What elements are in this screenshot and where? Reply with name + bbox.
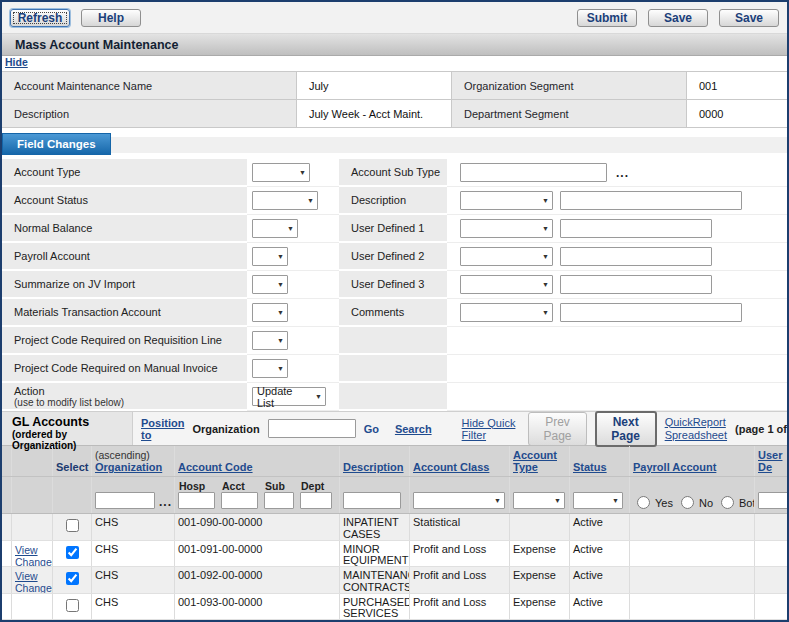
- action-select[interactable]: Update List▼: [252, 387, 326, 406]
- description-input[interactable]: [560, 191, 742, 210]
- account-status-select[interactable]: ▼: [252, 191, 318, 210]
- status-cell: Active: [570, 567, 630, 593]
- gl-accounts-title-block: GL Accounts (ordered by Organization): [2, 412, 133, 445]
- hide-quick-filter-link[interactable]: Hide Quick Filter: [462, 417, 521, 441]
- spacer-cell: [2, 594, 12, 620]
- save-button-1[interactable]: Save: [648, 9, 708, 27]
- empty-filter-cell: [53, 477, 92, 513]
- comments-mode-select[interactable]: ▼: [460, 303, 553, 322]
- spreadsheet-link[interactable]: Spreadsheet: [665, 429, 727, 442]
- refresh-button[interactable]: Refresh: [10, 9, 70, 27]
- user-defined-3-input[interactable]: [560, 275, 712, 294]
- save-button-2[interactable]: Save: [719, 9, 779, 27]
- materials-transaction-select[interactable]: ▼: [252, 303, 288, 322]
- account-type-sort-link[interactable]: Account Type: [513, 449, 566, 473]
- user-defined-filter-input[interactable]: [758, 492, 787, 509]
- description-filter-input[interactable]: [343, 492, 401, 509]
- chevron-down-icon: ▼: [542, 309, 549, 316]
- account-code-sort-link[interactable]: Account Code: [178, 461, 336, 473]
- user-defined-2-mode-select[interactable]: ▼: [460, 247, 553, 266]
- payroll-filter-cell: Yes No Both: [630, 477, 755, 513]
- field-label-project-code-requisition: Project Code Required on Requisition Lin…: [2, 327, 247, 355]
- payroll-account-select[interactable]: ▼: [252, 247, 288, 266]
- prev-page-button[interactable]: Prev Page: [528, 412, 586, 446]
- chevron-down-icon: ▼: [307, 197, 314, 204]
- user-defined-1-mode-select[interactable]: ▼: [460, 219, 553, 238]
- user-defined-sort-link[interactable]: User De: [758, 449, 784, 473]
- gl-accounts-toolbar: GL Accounts (ordered by Organization) Po…: [2, 411, 787, 445]
- status-sort-link[interactable]: Status: [573, 461, 626, 473]
- organization-filter-input[interactable]: [95, 492, 155, 509]
- organization-lookup-button[interactable]: ...: [157, 495, 174, 509]
- payroll-account-cell: [630, 567, 755, 593]
- row-select-checkbox[interactable]: [66, 599, 79, 612]
- project-code-manual-invoice-select[interactable]: ▼: [252, 359, 288, 378]
- search-link[interactable]: Search: [395, 423, 432, 435]
- description-cell: MAINTENANCE CONTRACTS: [340, 567, 410, 593]
- field-label-action: Action(use to modify list below): [2, 383, 247, 411]
- description-mode-select[interactable]: ▼: [460, 191, 553, 210]
- description-sort-link[interactable]: Description: [343, 461, 406, 473]
- tab-field-changes[interactable]: Field Changes: [2, 133, 111, 155]
- status-filter-select[interactable]: ▼: [573, 492, 623, 509]
- user-defined-1-input[interactable]: [560, 219, 712, 238]
- sub-filter-input[interactable]: [264, 492, 294, 509]
- user-defined-3-mode-select[interactable]: ▼: [460, 275, 553, 294]
- chevron-down-icon: ▼: [277, 309, 284, 316]
- ellipsis-lookup-button[interactable]: ...: [614, 166, 631, 180]
- row-select-checkbox[interactable]: [66, 546, 79, 559]
- payroll-no-radio[interactable]: [681, 496, 694, 509]
- account-code-filter-cell: Hosp Acct Sub Dept: [175, 477, 340, 513]
- position-to-link[interactable]: Position to: [141, 417, 184, 441]
- user-defined-2-input[interactable]: [560, 247, 712, 266]
- select-cell: [53, 541, 92, 567]
- next-page-button[interactable]: Next Page: [595, 411, 657, 447]
- view-changes-cell: [12, 594, 53, 620]
- status-cell: Active: [570, 514, 630, 540]
- view-changes-link[interactable]: View Changes: [15, 544, 53, 567]
- submit-button[interactable]: Submit: [577, 9, 637, 27]
- help-button[interactable]: Help: [81, 9, 141, 27]
- field-label-account-sub-type: Account Sub Type: [339, 159, 447, 187]
- account-type-filter-select[interactable]: ▼: [513, 492, 565, 509]
- organization-cell: CHS: [92, 514, 175, 540]
- organization-cell: CHS: [92, 567, 175, 593]
- account-class-cell: Statistical: [410, 514, 510, 540]
- description-filter-cell: [340, 477, 410, 513]
- dept-filter-input[interactable]: [300, 492, 332, 509]
- field-label-description: Description: [339, 187, 447, 215]
- page-title-bar: Mass Account Maintenance: [2, 34, 787, 56]
- account-class-filter-select[interactable]: ▼: [413, 492, 505, 509]
- organization-sort-link[interactable]: Organization: [95, 461, 171, 473]
- normal-balance-select[interactable]: ▼: [252, 219, 298, 238]
- summary-row: Description July Week - Acct Maint. Depa…: [2, 100, 787, 128]
- account-code-column-header: Account Code: [175, 446, 340, 476]
- organization-segment-value: 001: [687, 72, 787, 99]
- go-link[interactable]: Go: [364, 423, 379, 435]
- hide-link[interactable]: Hide: [5, 56, 28, 68]
- table-row: CHS 001-093-00-0000 PURCHASED SERVICES P…: [2, 594, 787, 621]
- payroll-yes-radio[interactable]: [637, 496, 650, 509]
- acct-filter-input[interactable]: [221, 492, 258, 509]
- view-changes-header-cell: [12, 446, 53, 476]
- account-type-filter-cell: ▼: [510, 477, 570, 513]
- project-code-requisition-select[interactable]: ▼: [252, 331, 288, 350]
- account-sub-type-input[interactable]: [460, 163, 607, 182]
- row-select-checkbox[interactable]: [66, 519, 79, 532]
- summarize-jv-import-select[interactable]: ▼: [252, 275, 288, 294]
- field-label-account-status: Account Status: [2, 187, 247, 215]
- account-type-select[interactable]: ▼: [252, 163, 310, 182]
- payroll-both-radio[interactable]: [721, 496, 734, 509]
- quick-report-link[interactable]: QuickReport: [665, 416, 727, 429]
- view-changes-link[interactable]: View Changes: [15, 570, 53, 593]
- chevron-down-icon: ▼: [277, 281, 284, 288]
- position-to-input[interactable]: [268, 419, 356, 438]
- user-defined-cell: [755, 541, 787, 567]
- hosp-filter-input[interactable]: [178, 492, 215, 509]
- description-cell: PURCHASED SERVICES: [340, 594, 410, 620]
- account-class-sort-link[interactable]: Account Class: [413, 461, 506, 473]
- account-type-cell: Expense: [510, 567, 570, 593]
- row-select-checkbox[interactable]: [66, 572, 79, 585]
- payroll-account-sort-link[interactable]: Payroll Account: [633, 461, 751, 473]
- comments-input[interactable]: [560, 303, 742, 322]
